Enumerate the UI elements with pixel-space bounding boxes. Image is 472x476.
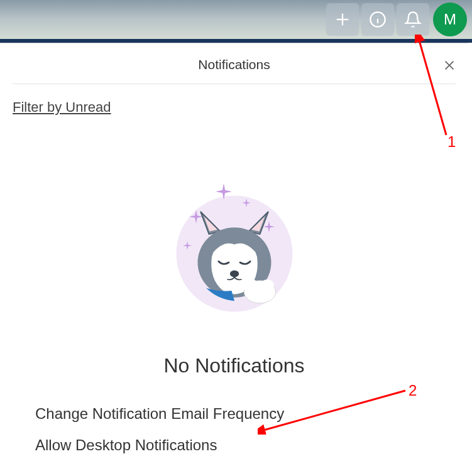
empty-state: No Notifications Change Notification Ema… (0, 178, 468, 468)
action-links: Change Notification Email Frequency Allo… (18, 405, 472, 468)
allow-desktop-notifications-link[interactable]: Allow Desktop Notifications (18, 436, 472, 454)
notifications-panel: Notifications Filter by Unread (0, 43, 468, 476)
panel-header: Notifications (13, 43, 456, 84)
empty-heading: No Notifications (163, 354, 304, 377)
panel-title: Notifications (198, 57, 270, 72)
svg-point-8 (229, 270, 238, 277)
filter-unread-link[interactable]: Filter by Unread (13, 99, 111, 116)
close-button[interactable] (440, 56, 459, 77)
user-avatar[interactable]: M (433, 3, 467, 36)
notifications-button[interactable] (397, 3, 429, 36)
husky-icon (178, 200, 291, 313)
plus-icon (334, 11, 351, 28)
add-button[interactable] (326, 3, 359, 36)
change-email-frequency-link[interactable]: Change Notification Email Frequency (18, 405, 472, 423)
bell-icon (404, 11, 422, 28)
svg-point-4 (377, 16, 378, 16)
empty-illustration (159, 178, 310, 329)
info-icon (369, 11, 387, 28)
info-button[interactable] (361, 3, 394, 36)
top-bar: M (0, 0, 472, 43)
close-icon (442, 58, 456, 72)
svg-point-11 (260, 279, 274, 291)
svg-point-10 (243, 279, 259, 293)
